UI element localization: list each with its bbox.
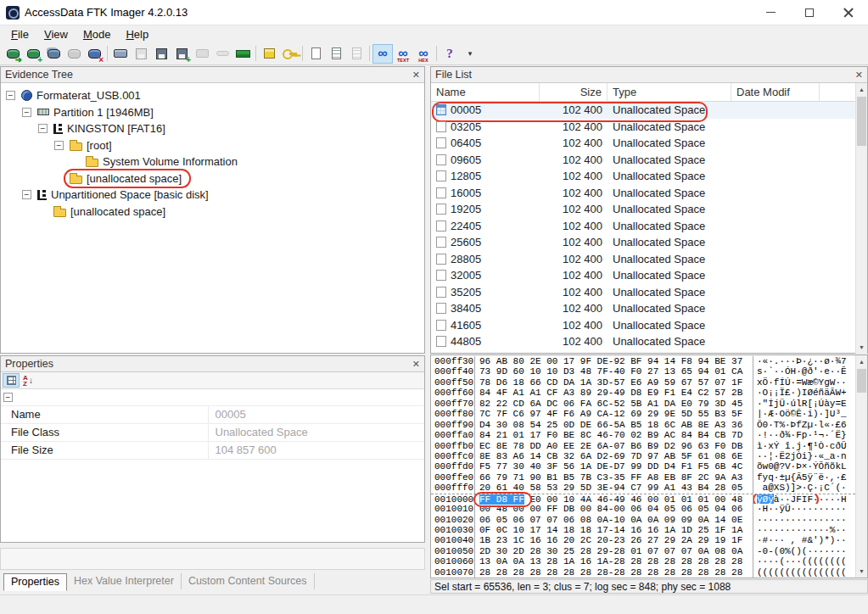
tree-expander-icon[interactable]: − — [38, 124, 48, 133]
column-header-date-modif[interactable]: Date Modif — [731, 83, 820, 101]
tree-item[interactable]: −Formaterat_USB.001 — [1, 87, 424, 104]
maximize-button[interactable] — [790, 0, 829, 25]
tree-item[interactable]: −KINGSTON [FAT16] — [1, 120, 424, 137]
evidence-tree-close-icon[interactable]: ✕ — [412, 70, 420, 80]
collapse-icon[interactable]: − — [3, 393, 13, 402]
create-custom-content-image-button[interactable]: + — [171, 44, 192, 64]
document-info-button[interactable] — [326, 44, 346, 64]
help-button[interactable]: ? — [440, 44, 460, 64]
tab-hex-value-interpreter[interactable]: Hex Value Interpreter — [67, 573, 182, 589]
column-header-type[interactable]: Type — [608, 83, 731, 101]
hex-row[interactable]: 000ff90D4 30 08 54 25 0D DE 66-5A B5 18 … — [431, 420, 855, 430]
scroll-down-icon[interactable]: ▼ — [856, 565, 867, 578]
capture-memory-button[interactable] — [232, 44, 253, 64]
file-list-row[interactable]: 03205102 400Unallocated Space — [431, 119, 867, 136]
hex-row[interactable]: 000ff807C 7F C6 97 4F F6 A9 CA-12 69 29 … — [431, 409, 855, 419]
file-list-row[interactable]: 41605102 400Unallocated Space — [431, 317, 867, 334]
tab-custom-content-sources[interactable]: Custom Content Sources — [182, 573, 315, 589]
file-list-row[interactable]: 22405102 400Unallocated Space — [431, 218, 867, 235]
file-list-row[interactable]: 38405102 400Unallocated Space — [431, 300, 867, 317]
properties-toolbar: AZ ↓ — [1, 372, 424, 389]
file-list-row[interactable]: 06405102 400Unallocated Space — [431, 135, 867, 152]
file-list-row[interactable]: 32005102 400Unallocated Space — [431, 267, 867, 284]
close-button[interactable] — [829, 0, 868, 25]
file-list-row[interactable]: 12805102 400Unallocated Space — [431, 168, 867, 185]
hex-row[interactable]: 000ff7082 22 CD 6A DC 06 FA 6C-52 5B A1 … — [431, 399, 855, 409]
file-list-row[interactable]: 44805102 400Unallocated Space — [431, 333, 867, 350]
scroll-up-icon[interactable]: ▲ — [856, 355, 867, 368]
tree-item[interactable]: −[root] — [1, 137, 424, 154]
hex-row[interactable]: 000ffe066 79 71 90 B1 B5 7B C3-35 FF A8 … — [431, 472, 855, 483]
file-list-title: File List — [435, 69, 472, 81]
file-list-row[interactable]: 16005102 400Unallocated Space — [431, 185, 867, 202]
menu-mode[interactable]: Mode — [76, 28, 119, 41]
hex-row[interactable]: 000ffa084 21 01 17 F0 BE 8C 46-70 02 B9 … — [431, 430, 855, 440]
image-mounting-button[interactable] — [43, 44, 64, 64]
tree-expander-icon[interactable]: − — [54, 141, 64, 150]
menu-help[interactable]: Help — [118, 28, 156, 41]
file-list-row[interactable]: 35205102 400Unallocated Space — [431, 284, 867, 301]
scroll-up-icon[interactable]: ▲ — [856, 83, 867, 96]
tree-item[interactable]: System Volume Information — [1, 154, 424, 170]
hex-row[interactable]: 001007028 28 28 28 28 28 28 28-28 28 28 … — [431, 567, 855, 578]
hex-row[interactable]: 000ff5078 D6 18 66 CD DA 1A 3D-57 E6 A9 … — [431, 377, 855, 388]
file-type-cell: Unallocated Space — [608, 269, 731, 282]
hex-row[interactable]: 000fff020 61 40 58 53 29 5D 3E-94 C7 99 … — [431, 483, 855, 493]
file-list-close-icon[interactable]: ✕ — [855, 70, 863, 80]
tab-properties[interactable]: Properties — [3, 573, 67, 591]
menu-file[interactable]: File — [3, 28, 36, 41]
hex-row[interactable]: 001002006 05 06 07 07 06 08 0A-10 0A 0A … — [431, 515, 855, 525]
scroll-down-icon[interactable]: ▼ — [856, 341, 867, 354]
hex-row[interactable]: 00100300F 0C 10 17 14 18 18 17-14 16 16 … — [431, 525, 855, 535]
add-evidence-item-button[interactable]: ➜ — [3, 44, 23, 64]
hex-row[interactable]: 000ffb0EC 8E 78 DD A0 EE 2E 6A-07 B6 B9 … — [431, 441, 855, 451]
hex-row[interactable]: 00100502D 30 2D 28 30 25 28 29-28 01 07 … — [431, 546, 855, 556]
hex-mode-button[interactable]: ∞HEX — [413, 44, 434, 64]
file-list-row[interactable]: 19205102 400Unallocated Space — [431, 201, 867, 218]
file-list-row[interactable]: 00005102 400Unallocated Space — [431, 102, 867, 119]
hex-row[interactable]: 00100401B 23 1C 16 16 20 2C 20-23 26 27 … — [431, 535, 855, 545]
hex-offset: 0010000 — [431, 494, 475, 504]
minimize-button[interactable] — [751, 0, 790, 25]
properties-close-icon[interactable]: ✕ — [412, 360, 420, 369]
file-list-row[interactable]: 09605102 400Unallocated Space — [431, 152, 867, 169]
file-list-scrollbar[interactable]: ▲ ▼ — [855, 83, 867, 354]
hex-row[interactable]: 001006013 0A 0A 13 28 1A 16 1A-28 28 28 … — [431, 556, 855, 567]
text-mode-button[interactable]: ∞TEXT — [393, 44, 413, 64]
file-list-row[interactable]: 28805102 400Unallocated Space — [431, 251, 867, 268]
menu-view[interactable]: View — [36, 28, 76, 41]
hex-row[interactable]: 0010000FF D8 FF E0 00 10 4A 46-49 46 00 … — [431, 494, 855, 504]
automatic-mode-button[interactable]: ∞ — [372, 44, 393, 64]
hex-ascii: xÖ·fÍÚ·=Wæ©YgW·· — [753, 377, 855, 388]
hex-scroll-thumb[interactable] — [857, 369, 866, 393]
tree-item[interactable]: −Partition 1 [1946MB] — [1, 104, 424, 121]
hex-row[interactable]: 000ffc08E 83 A6 14 CB 32 6A D2-69 7D 97 … — [431, 451, 855, 461]
tree-expander-icon[interactable]: − — [22, 190, 31, 199]
export-disk-image-button[interactable] — [151, 44, 171, 64]
remove-all-evidence-items-button[interactable]: × — [84, 44, 104, 64]
tree-expander-icon[interactable]: − — [22, 108, 31, 117]
tree-item[interactable]: [unallocated space] — [1, 204, 424, 220]
hex-row[interactable]: 000ff4073 9D 60 10 10 D3 48 7F-40 F0 27 … — [431, 366, 855, 377]
hex-row[interactable]: 001001000 48 00 00 FF DB 00 84-00 06 04 … — [431, 504, 855, 514]
detect-efs-encryption-button[interactable] — [279, 44, 300, 64]
tree-item-label: System Volume Information — [103, 155, 238, 168]
toolbar-options-button[interactable]: ▾ — [460, 44, 480, 64]
column-header-name[interactable]: Name — [431, 83, 540, 101]
hex-row[interactable]: 000ff6084 4F A1 A1 CF A3 89 29-49 D8 E9 … — [431, 388, 855, 398]
categorized-view-button[interactable] — [3, 373, 20, 388]
hex-row[interactable]: 000ffd0F5 77 30 40 3F 56 1A DE-D7 99 DD … — [431, 461, 855, 472]
create-disk-image-button[interactable] — [110, 44, 131, 64]
hex-scrollbar[interactable]: ▲ ▼ — [855, 355, 867, 578]
tree-expander-icon[interactable]: − — [6, 91, 15, 100]
column-header-size[interactable]: Size — [540, 83, 608, 101]
sort-alphabetical-button[interactable]: AZ ↓ — [20, 373, 36, 388]
new-document-button[interactable] — [305, 44, 326, 64]
tree-item[interactable]: −Unpartitioned Space [basic disk] — [1, 187, 424, 204]
add-all-attached-devices-button[interactable]: + — [23, 44, 43, 64]
file-list-row[interactable]: 25605102 400Unallocated Space — [431, 234, 867, 251]
tree-item[interactable]: [unallocated space] — [1, 170, 424, 187]
hex-row[interactable]: 000ff3096 AB 80 2E 00 17 9F DE-92 BF 94 … — [431, 356, 855, 366]
file-list-scroll-thumb[interactable] — [857, 97, 866, 146]
obtain-protected-files-button[interactable] — [259, 44, 279, 64]
